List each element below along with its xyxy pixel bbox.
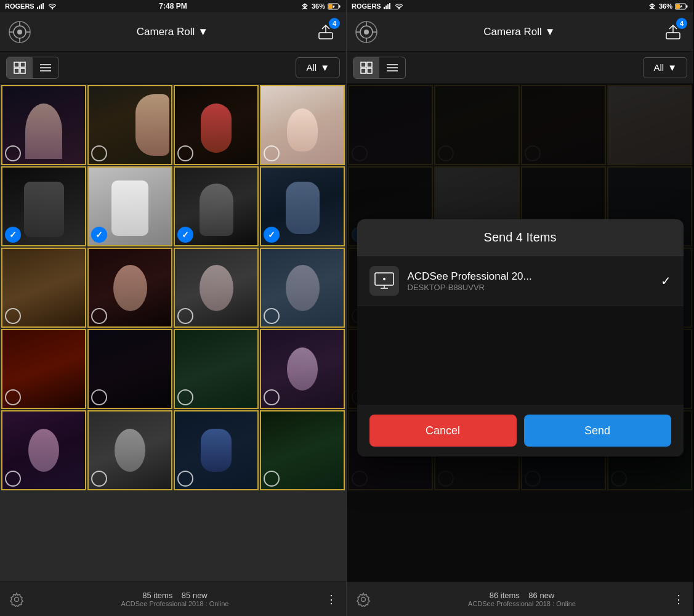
photo-cell[interactable] xyxy=(260,248,345,328)
battery-pct: 36% xyxy=(312,2,325,10)
settings-button-left[interactable] xyxy=(7,590,26,609)
list-view-btn-right[interactable] xyxy=(379,57,405,78)
photo-cell[interactable] xyxy=(260,329,345,409)
items-count-left: 85 items 85 new xyxy=(26,591,324,600)
device-id: DESKTOP-B88UVVR xyxy=(408,283,652,292)
wifi-icon xyxy=(48,3,57,10)
device-row[interactable]: ACDSee Professional 20... DESKTOP-B88UVV… xyxy=(357,256,684,306)
time-left: 7:48 PM xyxy=(159,2,187,10)
photo-cell[interactable]: ✓ xyxy=(174,166,259,246)
select-circle[interactable] xyxy=(264,308,280,324)
more-button-left[interactable]: ⋮ xyxy=(324,590,339,609)
select-circle[interactable] xyxy=(91,389,107,405)
view-toggle-right[interactable] xyxy=(353,57,406,79)
modal-actions: Cancel Send xyxy=(357,405,684,456)
bluetooth-icon-right xyxy=(648,3,656,10)
photo-cell[interactable] xyxy=(87,248,172,328)
select-circle-checked[interactable]: ✓ xyxy=(5,227,21,243)
photo-cell[interactable] xyxy=(1,410,86,490)
select-circle[interactable] xyxy=(177,389,193,405)
photo-cell[interactable] xyxy=(1,248,86,328)
photo-cell[interactable]: ✓ xyxy=(260,166,345,246)
status-right-right: 36% xyxy=(648,2,688,10)
camera-roll-title-right[interactable]: Camera Roll ▼ xyxy=(483,26,555,38)
select-circle[interactable] xyxy=(91,308,107,324)
modal-title: Send 4 Items xyxy=(357,219,684,256)
svg-rect-25 xyxy=(384,7,385,9)
select-circle-checked[interactable]: ✓ xyxy=(264,227,280,243)
photo-cell[interactable]: ✓ xyxy=(1,166,86,246)
photo-cell[interactable] xyxy=(174,85,259,165)
select-circle-checked[interactable]: ✓ xyxy=(177,227,193,243)
select-circle[interactable] xyxy=(5,308,21,324)
select-circle[interactable] xyxy=(264,471,280,487)
photo-cell[interactable] xyxy=(174,329,259,409)
svg-rect-44 xyxy=(361,68,366,73)
svg-rect-27 xyxy=(387,4,389,9)
photo-cell[interactable]: ✓ xyxy=(87,166,172,246)
grid-view-btn-left[interactable] xyxy=(7,57,33,78)
photo-cell[interactable] xyxy=(87,329,172,409)
select-circle[interactable] xyxy=(177,308,193,324)
app-name-left: ACDSee Professional 2018 : Online xyxy=(26,600,324,607)
camera-roll-title-left[interactable]: Camera Roll ▼ xyxy=(137,26,208,38)
select-circle-checked[interactable]: ✓ xyxy=(91,227,107,243)
select-circle[interactable] xyxy=(91,145,107,161)
svg-rect-17 xyxy=(14,62,19,67)
battery-icon xyxy=(328,3,341,10)
select-circle[interactable] xyxy=(264,145,280,161)
app-logo-left xyxy=(9,21,31,43)
svg-rect-42 xyxy=(361,62,366,67)
top-bar-right: Camera Roll ▼ 4 xyxy=(347,12,693,52)
bottom-bar-left: 85 items 85 new ACDSee Professional 2018… xyxy=(0,582,346,616)
toolbar-left: All ▼ xyxy=(0,52,346,84)
photo-cell[interactable] xyxy=(87,85,172,165)
device-selected-checkmark: ✓ xyxy=(661,274,671,288)
status-bar-left: ROGERS 7:48 PM 36% xyxy=(0,0,346,12)
svg-point-29 xyxy=(398,8,400,9)
svg-rect-32 xyxy=(686,5,688,7)
cancel-button[interactable]: Cancel xyxy=(369,415,517,447)
photo-cell[interactable] xyxy=(1,329,86,409)
settings-button-right[interactable] xyxy=(354,590,373,609)
send-button[interactable]: Send xyxy=(524,415,671,447)
device-icon xyxy=(369,266,399,296)
filter-button-left[interactable]: All ▼ xyxy=(296,57,340,78)
signal-icon-right xyxy=(384,3,392,9)
select-circle[interactable] xyxy=(177,145,193,161)
photo-cell[interactable] xyxy=(260,410,345,490)
device-name: ACDSee Professional 20... xyxy=(408,270,652,283)
select-circle[interactable] xyxy=(264,389,280,405)
list-view-btn-left[interactable] xyxy=(33,57,59,78)
svg-rect-15 xyxy=(319,33,333,39)
modal-spacer xyxy=(357,306,684,405)
svg-point-35 xyxy=(364,30,369,34)
svg-rect-18 xyxy=(20,62,25,67)
svg-rect-40 xyxy=(666,33,680,39)
select-circle[interactable] xyxy=(5,145,21,161)
photo-cell[interactable] xyxy=(87,410,172,490)
status-left: ROGERS xyxy=(5,2,57,10)
signal-icon xyxy=(37,3,46,9)
svg-point-52 xyxy=(383,278,385,280)
bluetooth-icon xyxy=(301,3,309,10)
select-circle[interactable] xyxy=(177,471,193,487)
photo-grid-left: ✓ ✓ ✓ ✓ xyxy=(0,84,346,582)
upload-area-right[interactable]: 4 xyxy=(661,20,685,44)
status-right: 36% xyxy=(301,2,341,10)
select-circle[interactable] xyxy=(5,389,21,405)
photo-cell[interactable] xyxy=(1,85,86,165)
view-toggle-left[interactable] xyxy=(6,57,59,79)
filter-button-right[interactable]: All ▼ xyxy=(643,57,687,78)
photo-cell[interactable] xyxy=(174,248,259,328)
svg-rect-6 xyxy=(328,4,333,9)
select-circle[interactable] xyxy=(5,471,21,487)
more-button-right[interactable]: ⋮ xyxy=(671,590,686,609)
footer-info-right: 86 items 86 new ACDSee Professional 2018… xyxy=(373,591,671,607)
select-circle[interactable] xyxy=(91,471,107,487)
upload-area-left[interactable]: 4 xyxy=(314,20,337,44)
photo-cell[interactable] xyxy=(174,410,259,490)
svg-point-53 xyxy=(361,597,366,601)
photo-cell[interactable] xyxy=(260,85,345,165)
grid-view-btn-right[interactable] xyxy=(353,57,379,78)
